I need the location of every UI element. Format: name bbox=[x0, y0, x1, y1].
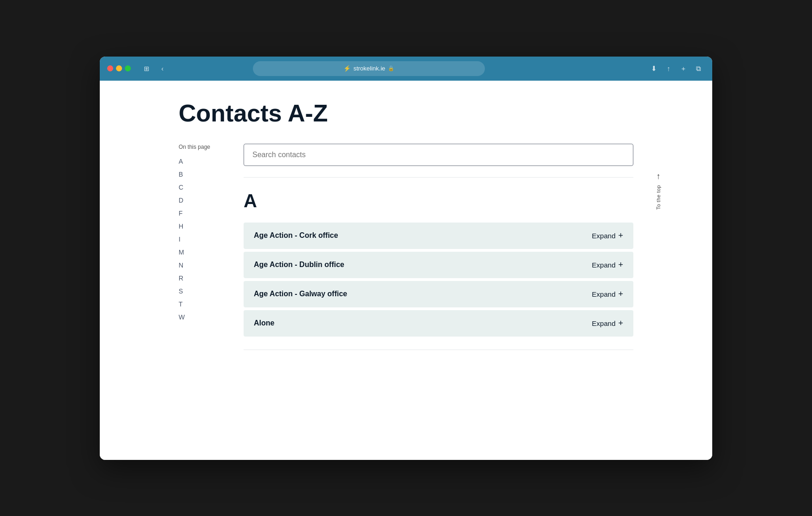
expand-label-cork: Expand bbox=[592, 232, 616, 240]
expand-label-dublin: Expand bbox=[592, 261, 616, 269]
section-a-heading: A bbox=[244, 191, 633, 211]
sidebar-item-a[interactable]: A bbox=[179, 158, 216, 165]
plus-icon-alone: + bbox=[618, 319, 623, 328]
page-title: Contacts A-Z bbox=[179, 99, 633, 127]
page-content: Contacts A-Z On this page A B C D F H I … bbox=[100, 81, 712, 460]
site-icon: ⚡ bbox=[343, 65, 351, 72]
expand-btn-galway[interactable]: Expand + bbox=[592, 289, 623, 299]
address-bar[interactable]: ⚡ strokelink.ie 🔒 bbox=[253, 61, 485, 76]
page-inner: Contacts A-Z On this page A B C D F H I … bbox=[151, 81, 661, 369]
plus-icon-cork: + bbox=[618, 231, 623, 241]
browser-controls: ⊞ ‹ bbox=[140, 62, 169, 75]
share-button[interactable]: ↑ bbox=[662, 62, 675, 75]
close-button[interactable] bbox=[107, 65, 113, 71]
sidebar-item-w[interactable]: W bbox=[179, 313, 216, 321]
new-tab-button[interactable]: + bbox=[677, 62, 690, 75]
contact-item-cork[interactable]: Age Action - Cork office Expand + bbox=[244, 223, 633, 249]
contact-name-galway: Age Action - Galway office bbox=[254, 290, 347, 298]
back-button[interactable]: ‹ bbox=[156, 62, 169, 75]
sidebar-item-m[interactable]: M bbox=[179, 248, 216, 256]
plus-icon-galway: + bbox=[618, 289, 623, 299]
sidebar-toggle-button[interactable]: ⊞ bbox=[140, 62, 153, 75]
contact-name-alone: Alone bbox=[254, 319, 274, 327]
download-button[interactable]: ⬇ bbox=[647, 62, 660, 75]
top-divider bbox=[244, 177, 633, 178]
expand-label-alone: Expand bbox=[592, 319, 616, 327]
to-top-arrow-icon: ↑ bbox=[657, 172, 661, 181]
browser-actions: ⬇ ↑ + ⧉ bbox=[647, 62, 705, 75]
maximize-button[interactable] bbox=[125, 65, 131, 71]
sidebar-item-f[interactable]: F bbox=[179, 210, 216, 217]
contact-item-galway[interactable]: Age Action - Galway office Expand + bbox=[244, 281, 633, 307]
tabs-overview-button[interactable]: ⧉ bbox=[692, 62, 705, 75]
sidebar-item-c[interactable]: C bbox=[179, 184, 216, 191]
sidebar-item-r[interactable]: R bbox=[179, 274, 216, 282]
sidebar-label: On this page bbox=[179, 144, 216, 150]
expand-btn-cork[interactable]: Expand + bbox=[592, 231, 623, 241]
sidebar-item-s[interactable]: S bbox=[179, 287, 216, 295]
expand-label-galway: Expand bbox=[592, 290, 616, 298]
main-content: ↑ To the top A Age Action - Cork offi bbox=[244, 144, 633, 350]
sidebar-item-h[interactable]: H bbox=[179, 223, 216, 230]
search-wrapper bbox=[244, 144, 633, 166]
minimize-button[interactable] bbox=[116, 65, 122, 71]
contact-name-cork: Age Action - Cork office bbox=[254, 231, 338, 240]
sidebar-item-b[interactable]: B bbox=[179, 171, 216, 178]
sidebar-item-i[interactable]: I bbox=[179, 236, 216, 243]
contact-name-dublin: Age Action - Dublin office bbox=[254, 261, 344, 269]
traffic-lights bbox=[107, 65, 131, 71]
bottom-divider bbox=[244, 350, 633, 350]
contacts-list-a: Age Action - Cork office Expand + Age Ac… bbox=[244, 223, 633, 337]
to-top-button[interactable]: ↑ To the top bbox=[656, 172, 661, 210]
contact-item-alone[interactable]: Alone Expand + bbox=[244, 310, 633, 337]
search-input[interactable] bbox=[244, 144, 633, 166]
sidebar-item-t[interactable]: T bbox=[179, 300, 216, 308]
expand-btn-dublin[interactable]: Expand + bbox=[592, 260, 623, 270]
main-layout: On this page A B C D F H I M N R S T bbox=[179, 144, 633, 350]
to-top-label: To the top bbox=[656, 185, 661, 210]
contact-item-dublin[interactable]: Age Action - Dublin office Expand + bbox=[244, 252, 633, 278]
browser-chrome: ⊞ ‹ ⚡ strokelink.ie 🔒 ⬇ ↑ + ⧉ bbox=[100, 57, 712, 81]
sidebar-nav: A B C D F H I M N R S T W bbox=[179, 158, 216, 321]
sidebar-item-n[interactable]: N bbox=[179, 261, 216, 269]
sidebar-item-d[interactable]: D bbox=[179, 197, 216, 204]
expand-btn-alone[interactable]: Expand + bbox=[592, 319, 623, 328]
lock-icon: 🔒 bbox=[388, 65, 394, 71]
sidebar: On this page A B C D F H I M N R S T bbox=[179, 144, 216, 350]
section-a: A Age Action - Cork office Expand + A bbox=[244, 191, 633, 337]
browser-window: ⊞ ‹ ⚡ strokelink.ie 🔒 ⬇ ↑ + ⧉ Contacts A… bbox=[100, 57, 712, 460]
url-text: strokelink.ie bbox=[354, 65, 386, 72]
plus-icon-dublin: + bbox=[618, 260, 623, 270]
